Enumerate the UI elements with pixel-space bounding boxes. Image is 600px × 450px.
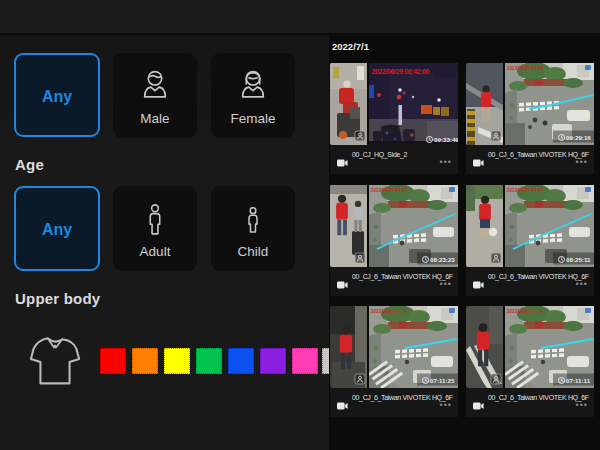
svg-text:2022/06/29 07:11: 2022/06/29 07:11 bbox=[371, 309, 407, 314]
svg-text:2022/06/29 08:25: 2022/06/29 08:25 bbox=[507, 187, 543, 192]
svg-text:08:23:23: 08:23:23 bbox=[430, 255, 455, 262]
svg-text:08:25:11: 08:25:11 bbox=[566, 255, 591, 262]
svg-text:07:11:11: 07:11:11 bbox=[566, 377, 591, 384]
svg-text:09:29:16: 09:29:16 bbox=[566, 134, 591, 141]
svg-text:2022/06/29 07:11: 2022/06/29 07:11 bbox=[507, 309, 543, 314]
svg-text:09:33:49: 09:33:49 bbox=[434, 136, 458, 143]
svg-text:2022/06/29 09:29: 2022/06/29 09:29 bbox=[507, 66, 543, 71]
svg-text:2022/06/29 08:23: 2022/06/29 08:23 bbox=[371, 187, 407, 192]
svg-text:07:11:25: 07:11:25 bbox=[430, 377, 455, 384]
svg-text:2022/06/29 06:42:00: 2022/06/29 06:42:00 bbox=[372, 68, 430, 75]
